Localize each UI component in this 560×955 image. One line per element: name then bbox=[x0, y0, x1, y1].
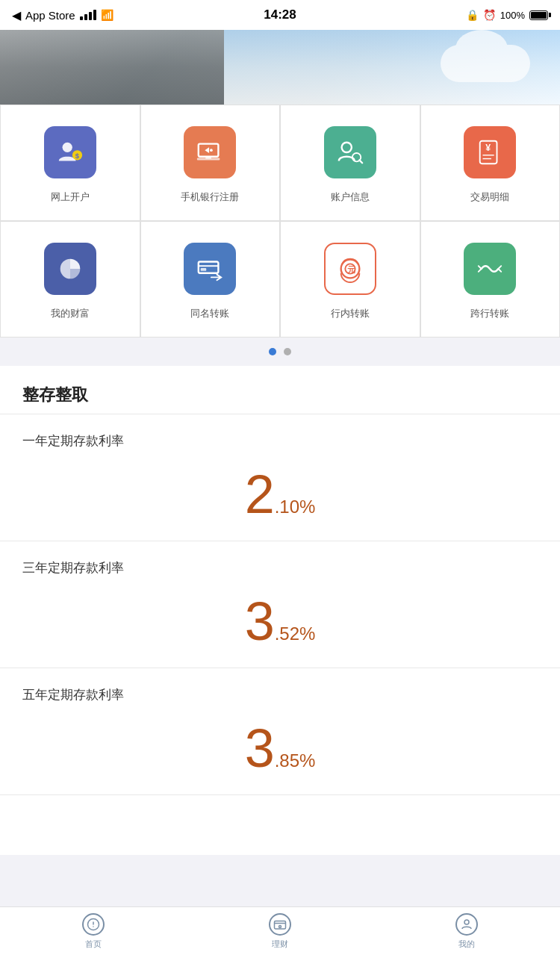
svg-text:¥: ¥ bbox=[486, 143, 491, 153]
tab-finance-label: 理财 bbox=[272, 939, 288, 950]
grid-label-mobile-register: 手机银行注册 bbox=[181, 190, 239, 204]
svg-point-24 bbox=[279, 925, 281, 927]
wifi-icon: 📶 bbox=[101, 9, 113, 21]
rate-label-1year: 一年定期存款利率 bbox=[22, 432, 538, 449]
bank-banner bbox=[0, 30, 560, 105]
rate-big-3year: 3 bbox=[245, 591, 275, 651]
monitor-icon bbox=[184, 126, 236, 178]
grid-label-online-account: 网上开户 bbox=[51, 190, 90, 204]
rate-row-1year: 一年定期存款利率 2.10% bbox=[0, 414, 560, 541]
rate-row-3year: 三年定期存款利率 3.52% bbox=[0, 541, 560, 668]
grid-label-my-wealth: 我的财富 bbox=[51, 307, 90, 320]
svg-point-6 bbox=[210, 149, 213, 152]
tab-finance[interactable]: 理财 bbox=[187, 913, 373, 950]
svg-rect-15 bbox=[199, 262, 219, 273]
rate-small-5year: .85% bbox=[275, 750, 316, 771]
battery-icon bbox=[529, 10, 548, 20]
svg-rect-5 bbox=[206, 157, 212, 159]
grid-item-transaction-detail[interactable]: ¥ 交易明细 bbox=[420, 105, 561, 221]
yuan-list-icon: ¥ bbox=[464, 126, 516, 178]
grid-item-mobile-register[interactable]: 手机银行注册 bbox=[140, 105, 281, 221]
tab-bar: 首页 理财 我的 bbox=[0, 906, 560, 955]
svg-point-7 bbox=[341, 143, 351, 152]
back-arrow-icon[interactable]: ◀ bbox=[12, 8, 21, 22]
ring-transfer-icon: 元 bbox=[324, 243, 376, 295]
grid-label-cross-bank-transfer: 跨行转账 bbox=[470, 307, 509, 320]
battery-percent: 100% bbox=[500, 10, 525, 21]
rate-small-1year: .10% bbox=[275, 497, 316, 517]
tab-home-label: 首页 bbox=[85, 939, 102, 950]
rate-value-3year: 3.52% bbox=[22, 588, 538, 654]
quick-access-section: $ 网上开户 手机银行注册 bbox=[0, 105, 560, 366]
rate-label-3year: 三年定期存款利率 bbox=[22, 559, 538, 576]
rate-small-3year: .52% bbox=[275, 623, 316, 644]
rate-big-5year: 3 bbox=[245, 718, 275, 778]
grid-label-account-info: 账户信息 bbox=[331, 190, 370, 204]
section-title: 整存整取 bbox=[0, 366, 560, 414]
lock-icon: 🔒 bbox=[466, 9, 479, 21]
grid-item-intra-transfer[interactable]: 元 行内转账 bbox=[280, 221, 420, 337]
status-time: 14:28 bbox=[264, 7, 296, 22]
status-bar: ◀ App Store 📶 14:28 🔒 ⏰ 100% bbox=[0, 0, 560, 30]
rate-big-1year: 2 bbox=[245, 464, 275, 524]
home-tab-icon bbox=[82, 913, 105, 936]
svg-text:$: $ bbox=[75, 152, 79, 160]
page-dots-nav bbox=[0, 337, 560, 366]
alarm-icon: ⏰ bbox=[483, 9, 496, 21]
tab-profile[interactable]: 我的 bbox=[373, 913, 560, 950]
status-left: ◀ App Store 📶 bbox=[12, 8, 113, 22]
svg-text:元: 元 bbox=[346, 265, 355, 274]
rate-row-5year: 五年定期存款利率 3.85% bbox=[0, 668, 560, 795]
carrier-label: App Store bbox=[25, 9, 75, 22]
grid-item-same-name-transfer[interactable]: 同名转账 bbox=[140, 221, 281, 337]
person-money-icon: $ bbox=[44, 126, 96, 178]
rate-label-5year: 五年定期存款利率 bbox=[22, 686, 538, 703]
dot-2[interactable] bbox=[284, 348, 291, 355]
grid-item-my-wealth[interactable]: 我的财富 bbox=[0, 221, 140, 337]
pie-chart-icon bbox=[44, 243, 96, 295]
svg-point-25 bbox=[464, 920, 469, 924]
tab-profile-label: 我的 bbox=[458, 939, 475, 950]
signal-bars-icon bbox=[80, 10, 96, 20]
building-graphic bbox=[0, 30, 224, 105]
tab-home[interactable]: 首页 bbox=[0, 913, 187, 950]
card-transfer-icon bbox=[184, 243, 236, 295]
status-right: 🔒 ⏰ 100% bbox=[466, 9, 548, 21]
rate-value-5year: 3.85% bbox=[22, 715, 538, 781]
grid-item-cross-bank-transfer[interactable]: 跨行转账 bbox=[420, 221, 561, 337]
cloud-graphic bbox=[441, 45, 530, 82]
person-search-icon bbox=[324, 126, 376, 178]
rates-section: 整存整取 一年定期存款利率 2.10% 三年定期存款利率 3.52% 五年定期存… bbox=[0, 366, 560, 855]
svg-point-0 bbox=[62, 143, 72, 152]
grid-label-same-name-transfer: 同名转账 bbox=[190, 307, 229, 320]
grid-item-account-info[interactable]: 账户信息 bbox=[280, 105, 420, 221]
grid-item-online-account[interactable]: $ 网上开户 bbox=[0, 105, 140, 221]
profile-tab-icon bbox=[455, 913, 478, 936]
rate-value-1year: 2.10% bbox=[22, 461, 538, 527]
grid-label-transaction-detail: 交易明细 bbox=[470, 190, 509, 204]
svg-rect-17 bbox=[201, 268, 207, 271]
cross-transfer-icon bbox=[464, 243, 516, 295]
quick-access-grid: $ 网上开户 手机银行注册 bbox=[0, 105, 560, 337]
dot-1[interactable] bbox=[269, 348, 276, 355]
grid-label-intra-transfer: 行内转账 bbox=[331, 307, 370, 320]
svg-line-9 bbox=[359, 160, 362, 163]
finance-tab-icon bbox=[269, 913, 291, 936]
